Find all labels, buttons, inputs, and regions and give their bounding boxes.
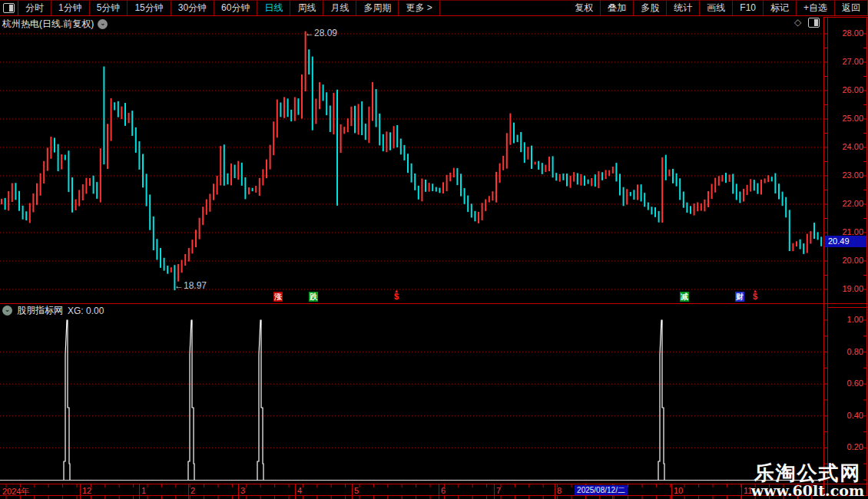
tab-30min[interactable]: 30分钟 [171,1,214,15]
tab-15min[interactable]: 15分钟 [128,1,171,15]
date-axis-label: 2024年 [2,486,29,497]
dividend-marker: ▲$ [392,289,401,300]
price-axis-label: 25.00 [830,114,863,123]
date-axis-label: 6 [441,486,446,495]
button-back[interactable]: 返回 [835,1,868,15]
up-arrow-icon: ▲ [392,289,401,293]
indicator-header: ⌄ 股朋指标网 XG: 0.00 [2,305,104,316]
price-axis-label: 28.00 [830,28,863,38]
button-mark[interactable]: 标记 [764,1,797,15]
price-axis-label: 24.00 [830,142,863,151]
tab-multi-period[interactable]: 多周期 [356,1,399,15]
tab-weekly[interactable]: 周线 [290,1,323,15]
event-badge: 涨 [273,292,283,302]
price-chart-canvas[interactable] [0,0,868,499]
date-axis-label: 4 [297,486,302,495]
date-axis-label: 12 [82,486,91,495]
tab-1min[interactable]: 1分钟 [51,1,90,15]
tab-fenshi[interactable]: 分时 [18,1,51,15]
selected-date-label: 2025/08/12/二 [575,485,628,495]
price-axis-label: 23.00 [830,170,863,180]
up-arrow-icon: ▲ [750,289,760,293]
button-overlay[interactable]: 叠加 [601,1,634,15]
chevron-down-icon[interactable]: ⌄ [2,306,12,316]
dividend-marker: ▲$ [750,289,760,300]
tab-daily[interactable]: 日线 [257,1,290,15]
button-fuquan[interactable]: 复权 [568,1,601,15]
button-draw-line[interactable]: 画线 [700,1,733,15]
period-toolbar: 分时 1分钟 5分钟 15分钟 30分钟 60分钟 日线 周线 月线 多周期 更… [0,0,868,16]
diamond-icon[interactable]: ◇ [794,17,801,28]
date-axis-label: 2 [190,486,195,495]
watermark: 乐淘公式网 www.60lt.com [751,463,864,498]
tab-5min[interactable]: 5分钟 [90,1,128,15]
price-axis-label: 20.00 [830,256,863,265]
indicator-axis-label: 0.40 [830,411,863,420]
price-axis-label: 27.00 [830,57,863,66]
last-price-tag: 20.49 [825,236,866,247]
layout-toggle-button[interactable] [0,1,18,15]
date-axis-label: 5 [354,486,359,495]
watermark-site-url: www.60lt.com [751,483,864,498]
event-badge: 减 [680,292,689,302]
stock-title: 杭州热电(日线.前复权) [2,18,94,31]
stock-title-bar: 杭州热电(日线.前复权) ⌄ [2,18,108,30]
watermark-site-name: 乐淘公式网 [751,463,864,483]
event-badge: 财 [735,292,744,302]
price-axis-label: 26.00 [830,85,863,94]
low-price-annotation: ←18.97 [174,280,207,291]
indicator-axis-label: 1.00 [830,315,863,324]
date-axis-label: 1 [141,486,146,495]
high-price-annotation: ←28.09 [305,28,337,38]
tdx-window: 分时 1分钟 5分钟 15分钟 30分钟 60分钟 日线 周线 月线 多周期 更… [0,0,868,499]
tab-monthly[interactable]: 月线 [323,1,356,15]
date-axis-label: 10 [674,486,683,495]
panel-icon[interactable] [808,18,820,28]
date-axis-label: 7 [496,486,501,495]
title-corner-icons: ◇ [794,17,820,28]
button-add-watchlist[interactable]: +自选 [797,1,835,15]
button-multi-stock[interactable]: 多股 [634,1,667,15]
price-axis-label: 22.00 [830,199,863,208]
panel-icon [3,3,15,13]
button-statistics[interactable]: 统计 [667,1,700,15]
chevron-down-icon[interactable]: ⌄ [98,19,108,29]
indicator-name: 股朋指标网 [17,304,63,317]
button-f10[interactable]: F10 [733,1,764,15]
event-badge: 跌 [309,292,318,302]
date-axis-label: 3 [240,486,245,495]
indicator-axis-label: 0.20 [830,442,863,451]
price-axis-label: 19.00 [830,284,863,293]
indicator-axis-label: 0.60 [830,378,863,388]
tab-more[interactable]: 更多 > [399,1,439,15]
indicator-axis-label: 0.80 [830,347,863,356]
date-axis-label: 8 [557,486,562,495]
tab-60min[interactable]: 60分钟 [214,1,257,15]
indicator-value: XG: 0.00 [68,306,104,316]
toolbar-spacer [440,1,568,15]
